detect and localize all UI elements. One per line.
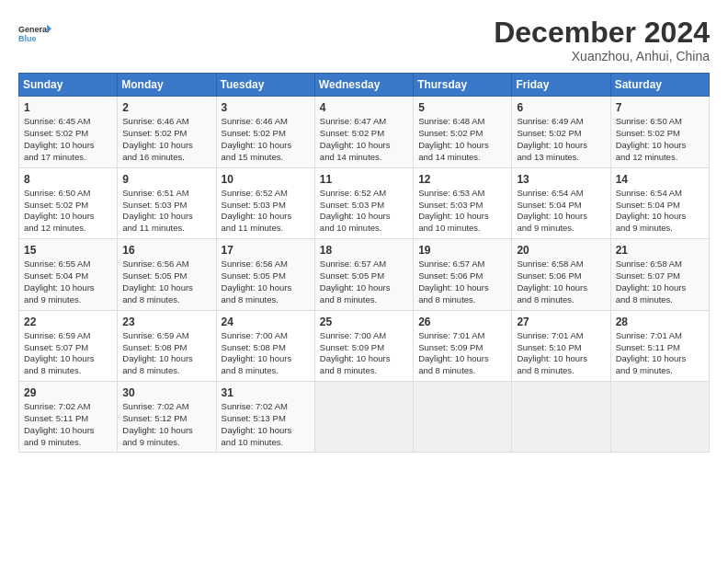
calendar-cell: 27Sunrise: 7:01 AMSunset: 5:10 PMDayligh… (512, 310, 610, 381)
calendar-week-row: 1Sunrise: 6:45 AMSunset: 5:02 PMDaylight… (19, 97, 710, 167)
page-subtitle: Xuanzhou, Anhui, China (494, 49, 710, 63)
day-number: 23 (122, 315, 211, 329)
logo-icon: General Blue (18, 17, 51, 50)
day-number: 12 (418, 172, 507, 187)
calendar-cell: 12Sunrise: 6:53 AMSunset: 5:03 PMDayligh… (414, 167, 512, 238)
day-number: 14 (616, 172, 705, 187)
day-number: 27 (517, 315, 606, 329)
svg-text:General: General (18, 25, 50, 34)
page-title: December 2024 (494, 17, 710, 49)
day-number: 13 (517, 172, 606, 187)
calendar-cell: 14Sunrise: 6:54 AMSunset: 5:04 PMDayligh… (610, 167, 709, 238)
day-number: 2 (122, 100, 211, 115)
page-header: General Blue December 2024 Xuanzhou, Anh… (18, 17, 710, 63)
day-number: 1 (24, 100, 113, 115)
page-container: General Blue December 2024 Xuanzhou, Anh… (0, 0, 728, 462)
calendar-cell: 18Sunrise: 6:57 AMSunset: 5:05 PMDayligh… (314, 239, 413, 310)
calendar-cell: 25Sunrise: 7:00 AMSunset: 5:09 PMDayligh… (314, 310, 413, 381)
header-saturday: Saturday (610, 74, 709, 97)
day-number: 31 (222, 385, 311, 400)
calendar-cell: 10Sunrise: 6:52 AMSunset: 5:03 PMDayligh… (216, 167, 314, 238)
calendar-cell: 20Sunrise: 6:58 AMSunset: 5:06 PMDayligh… (512, 239, 610, 310)
header-tuesday: Tuesday (216, 74, 314, 97)
calendar-cell: 31Sunrise: 7:02 AMSunset: 5:13 PMDayligh… (216, 381, 314, 452)
day-number: 11 (320, 172, 409, 187)
day-number: 3 (222, 100, 311, 115)
calendar-cell: 3Sunrise: 6:46 AMSunset: 5:02 PMDaylight… (216, 97, 314, 167)
calendar-cell: 21Sunrise: 6:58 AMSunset: 5:07 PMDayligh… (610, 239, 709, 310)
calendar-cell (512, 381, 610, 452)
day-number: 21 (616, 243, 705, 258)
calendar-table: Sunday Monday Tuesday Wednesday Thursday… (18, 73, 710, 453)
day-number: 29 (24, 385, 113, 400)
calendar-week-row: 8Sunrise: 6:50 AMSunset: 5:02 PMDaylight… (19, 167, 710, 238)
day-number: 15 (24, 243, 113, 258)
header-thursday: Thursday (414, 74, 512, 97)
day-number: 25 (320, 315, 409, 329)
calendar-cell: 13Sunrise: 6:54 AMSunset: 5:04 PMDayligh… (512, 167, 610, 238)
day-number: 24 (222, 315, 311, 329)
calendar-cell: 26Sunrise: 7:01 AMSunset: 5:09 PMDayligh… (414, 310, 512, 381)
calendar-cell: 19Sunrise: 6:57 AMSunset: 5:06 PMDayligh… (414, 239, 512, 310)
calendar-cell: 11Sunrise: 6:52 AMSunset: 5:03 PMDayligh… (314, 167, 413, 238)
day-number: 8 (24, 172, 113, 187)
day-number: 5 (418, 100, 507, 115)
day-number: 4 (320, 100, 409, 115)
day-number: 26 (418, 315, 507, 329)
svg-marker-2 (47, 24, 51, 33)
calendar-header-row: Sunday Monday Tuesday Wednesday Thursday… (19, 74, 710, 97)
calendar-week-row: 29Sunrise: 7:02 AMSunset: 5:11 PMDayligh… (19, 381, 710, 452)
calendar-cell: 2Sunrise: 6:46 AMSunset: 5:02 PMDaylight… (118, 97, 216, 167)
calendar-cell: 22Sunrise: 6:59 AMSunset: 5:07 PMDayligh… (19, 310, 118, 381)
day-number: 10 (222, 172, 311, 187)
calendar-cell (610, 381, 709, 452)
day-number: 28 (616, 315, 705, 329)
day-number: 19 (418, 243, 507, 258)
header-monday: Monday (118, 74, 216, 97)
calendar-cell: 7Sunrise: 6:50 AMSunset: 5:02 PMDaylight… (610, 97, 709, 167)
calendar-cell: 15Sunrise: 6:55 AMSunset: 5:04 PMDayligh… (19, 239, 118, 310)
calendar-cell: 16Sunrise: 6:56 AMSunset: 5:05 PMDayligh… (118, 239, 216, 310)
calendar-cell: 8Sunrise: 6:50 AMSunset: 5:02 PMDaylight… (19, 167, 118, 238)
calendar-week-row: 15Sunrise: 6:55 AMSunset: 5:04 PMDayligh… (19, 239, 710, 310)
calendar-cell: 9Sunrise: 6:51 AMSunset: 5:03 PMDaylight… (118, 167, 216, 238)
calendar-cell: 30Sunrise: 7:02 AMSunset: 5:12 PMDayligh… (118, 381, 216, 452)
logo: General Blue (18, 17, 51, 50)
calendar-cell (314, 381, 413, 452)
calendar-cell: 29Sunrise: 7:02 AMSunset: 5:11 PMDayligh… (19, 381, 118, 452)
calendar-cell: 17Sunrise: 6:56 AMSunset: 5:05 PMDayligh… (216, 239, 314, 310)
header-sunday: Sunday (19, 74, 118, 97)
header-wednesday: Wednesday (314, 74, 413, 97)
title-block: December 2024 Xuanzhou, Anhui, China (494, 17, 710, 63)
calendar-week-row: 22Sunrise: 6:59 AMSunset: 5:07 PMDayligh… (19, 310, 710, 381)
day-number: 6 (517, 100, 606, 115)
day-number: 9 (122, 172, 211, 187)
header-friday: Friday (512, 74, 610, 97)
calendar-cell: 5Sunrise: 6:48 AMSunset: 5:02 PMDaylight… (414, 97, 512, 167)
calendar-cell: 1Sunrise: 6:45 AMSunset: 5:02 PMDaylight… (19, 97, 118, 167)
day-number: 7 (616, 100, 705, 115)
day-number: 22 (24, 315, 113, 329)
day-number: 16 (122, 243, 211, 258)
calendar-cell: 6Sunrise: 6:49 AMSunset: 5:02 PMDaylight… (512, 97, 610, 167)
calendar-cell: 28Sunrise: 7:01 AMSunset: 5:11 PMDayligh… (610, 310, 709, 381)
day-number: 18 (320, 243, 409, 258)
calendar-cell: 4Sunrise: 6:47 AMSunset: 5:02 PMDaylight… (314, 97, 413, 167)
day-number: 20 (517, 243, 606, 258)
calendar-cell (414, 381, 512, 452)
day-number: 17 (222, 243, 311, 258)
day-number: 30 (122, 385, 211, 400)
calendar-cell: 24Sunrise: 7:00 AMSunset: 5:08 PMDayligh… (216, 310, 314, 381)
calendar-cell: 23Sunrise: 6:59 AMSunset: 5:08 PMDayligh… (118, 310, 216, 381)
svg-text:Blue: Blue (18, 34, 37, 43)
